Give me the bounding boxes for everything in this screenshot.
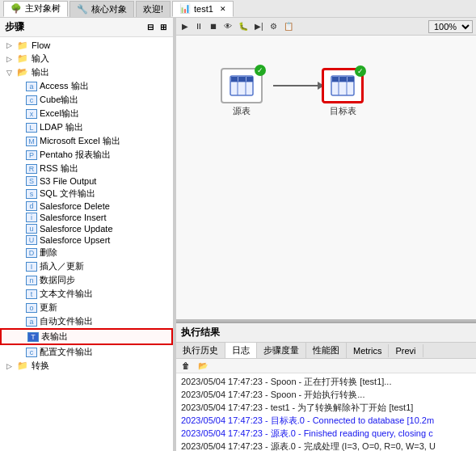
label-autotextout: 自动文件输出 (40, 315, 93, 327)
step-btn[interactable]: ▶| (252, 21, 266, 32)
stop-btn[interactable]: ⏹ (207, 21, 220, 32)
left-panel: 步骤 ⊟ ⊞ ▷ 📁 Flow ▷ 📁 输入 (0, 18, 174, 451)
tab-preview[interactable]: Previ (389, 344, 423, 357)
expand-icon[interactable]: ⊞ (158, 22, 168, 32)
source-table-icon (230, 75, 254, 96)
tree-item-sfupdate[interactable]: u Salesforce Update (0, 223, 173, 234)
tree-item-sfdelete[interactable]: d Salesforce Delete (0, 200, 173, 212)
svg-rect-13 (348, 77, 354, 82)
folder-icon-input: 📁 (16, 53, 29, 65)
tree-header-icons: ⊟ ⊞ (145, 22, 168, 32)
node-source-box[interactable]: ✓ (221, 68, 263, 103)
tree-item-transform[interactable]: ▷ 📁 转换 (0, 359, 173, 373)
tree-item-pentaho[interactable]: P Pentaho 报表输出 (0, 148, 173, 162)
tab-test1[interactable]: 📊 test1 ✕ (172, 1, 234, 17)
step-icon-sqlfile: s (26, 189, 37, 199)
tab-step-metric[interactable]: 步骤度量 (257, 343, 306, 358)
tab-metrics[interactable]: Metrics (347, 344, 389, 357)
label-ldap: LDAP 输出 (40, 121, 83, 133)
step-icon-sfupsert: U (26, 235, 37, 245)
close-icon[interactable]: ✕ (220, 5, 226, 13)
core-icon: 🔧 (77, 4, 88, 15)
node-target-box[interactable]: ✓ (322, 68, 364, 103)
tab-icon: 📊 (179, 3, 191, 14)
tree-item-configfile[interactable]: c 配置文件输出 (0, 345, 173, 359)
label-msexcel: Microsoft Excel 输出 (40, 135, 120, 147)
log-line-3: 2023/05/04 17:47:23 - 目标表.0 - Connected … (181, 414, 471, 427)
source-check-icon: ✓ (255, 65, 266, 76)
step-icon-pentaho: P (26, 150, 37, 160)
tab-core-object[interactable]: 🔧 核心对象 (70, 1, 134, 17)
tree-item-cube[interactable]: c Cube输出 (0, 93, 173, 107)
tab-welcome[interactable]: 欢迎! (136, 1, 171, 17)
preview-btn[interactable]: 👁 (221, 21, 234, 32)
tree-item-access[interactable]: a Access 输出 (0, 79, 173, 93)
tree-item-ldap[interactable]: L LDAP 输出 (0, 120, 173, 134)
step-icon-ldap: L (26, 123, 37, 133)
tree-item-msexcel[interactable]: M Microsoft Excel 输出 (0, 134, 173, 148)
log-btn[interactable]: 📋 (281, 21, 296, 32)
tree-item-update[interactable]: o 更新 (0, 301, 173, 314)
label-s3file: S3 File Output (40, 176, 96, 186)
collapse-icon[interactable]: ⊟ (145, 22, 155, 32)
tree-item-input[interactable]: ▷ 📁 输入 (0, 52, 173, 65)
tree-item-output[interactable]: ▽ 📂 输出 (0, 65, 173, 79)
step-icon-msexcel: M (26, 137, 37, 146)
tree-item-sqlfile[interactable]: s SQL 文件输出 (0, 187, 173, 200)
tree-item-rss[interactable]: R RSS 输出 (0, 162, 173, 175)
folder-icon-flow: 📁 (16, 40, 29, 51)
step-icon-delete: D (26, 248, 37, 258)
step-icon-excel: x (26, 109, 37, 119)
bottom-panel: 执行结果 执行历史 日志 步骤度量 性能图 M (176, 322, 476, 451)
expand-input: ▷ (6, 55, 16, 63)
run-btn[interactable]: ▶ (179, 21, 191, 32)
zoom-select[interactable]: 100% 75% 50% 125% 150% (428, 20, 473, 33)
tree-item-delete[interactable]: D 删除 (0, 246, 173, 259)
step-icon-sfdelete: d (26, 201, 37, 211)
bottom-tabs: 执行历史 日志 步骤度量 性能图 Metrics Previ (176, 343, 476, 359)
more-btn[interactable]: ⚙ (267, 21, 280, 32)
tree-item-excel[interactable]: x Excel输出 (0, 107, 173, 120)
bottom-header: 执行结果 (176, 323, 476, 343)
folder-icon-transform: 📁 (16, 360, 29, 372)
canvas-toolbar: ▶ ⏸ ⏹ 👁 🐛 ▶| ⚙ 📋 100% 75% 50% 125% 150% (176, 18, 476, 36)
debug-btn[interactable]: 🐛 (236, 21, 251, 32)
expand-flow: ▷ (6, 41, 16, 49)
tab-exec-history[interactable]: 执行历史 (176, 343, 225, 358)
step-icon-update: o (26, 303, 37, 313)
step-icon-s3file: S (26, 176, 37, 186)
label-flow: Flow (32, 40, 50, 50)
label-sqlfile: SQL 文件输出 (40, 188, 95, 200)
canvas-area[interactable]: ✓ 源表 (176, 36, 476, 319)
label-sfinsert: Salesforce Insert (40, 213, 107, 222)
label-sfdelete: Salesforce Delete (40, 201, 110, 211)
label-rss: RSS 输出 (40, 162, 78, 175)
clear-log-btn[interactable]: 🗑 (179, 360, 192, 371)
tab-perf-chart[interactable]: 性能图 (306, 343, 347, 358)
tree-item-textout[interactable]: t 文本文件输出 (0, 287, 173, 301)
tree-item-datasync[interactable]: n 数据同步 (0, 273, 173, 287)
log-line-4: 2023/05/04 17:47:23 - 源表.0 - Finished re… (181, 427, 471, 440)
tree-item-sfupsert[interactable]: U Salesforce Upsert (0, 234, 173, 246)
tree-item-sfinsert[interactable]: i Salesforce Insert (0, 212, 173, 223)
label-cube: Cube输出 (40, 94, 78, 106)
tree-item-flow[interactable]: ▷ 📁 Flow (0, 39, 173, 52)
tree-item-insertupdated[interactable]: I 插入／更新 (0, 259, 173, 273)
expand-output: ▽ (6, 69, 16, 77)
top-tabs: 🌳 主对象树 🔧 核心对象 欢迎! 📊 test1 ✕ (0, 0, 476, 18)
right-panel: ▶ ⏸ ⏹ 👁 🐛 ▶| ⚙ 📋 100% 75% 50% 125% 150% (176, 18, 476, 451)
tab-log[interactable]: 日志 (225, 343, 257, 358)
label-configfile: 配置文件输出 (40, 346, 93, 358)
tree-item-tableout[interactable]: T 表输出 (0, 328, 173, 345)
folder-icon-output: 📂 (16, 67, 29, 78)
node-source[interactable]: ✓ 源表 (221, 68, 263, 117)
pause-btn[interactable]: ⏸ (192, 21, 205, 32)
tree-item-s3file[interactable]: S S3 File Output (0, 175, 173, 187)
node-target[interactable]: ✓ 目标表 (322, 68, 364, 117)
log-line-2: 2023/05/04 17:47:23 - test1 - 为了转换解除补丁开始… (181, 401, 471, 414)
tab-main-object[interactable]: 🌳 主对象树 (3, 1, 68, 17)
steps-label: 步骤 (5, 20, 24, 34)
open-log-btn[interactable]: 📂 (196, 360, 210, 371)
tree-item-autotextout[interactable]: a 自动文件输出 (0, 314, 173, 328)
svg-rect-12 (339, 77, 347, 82)
